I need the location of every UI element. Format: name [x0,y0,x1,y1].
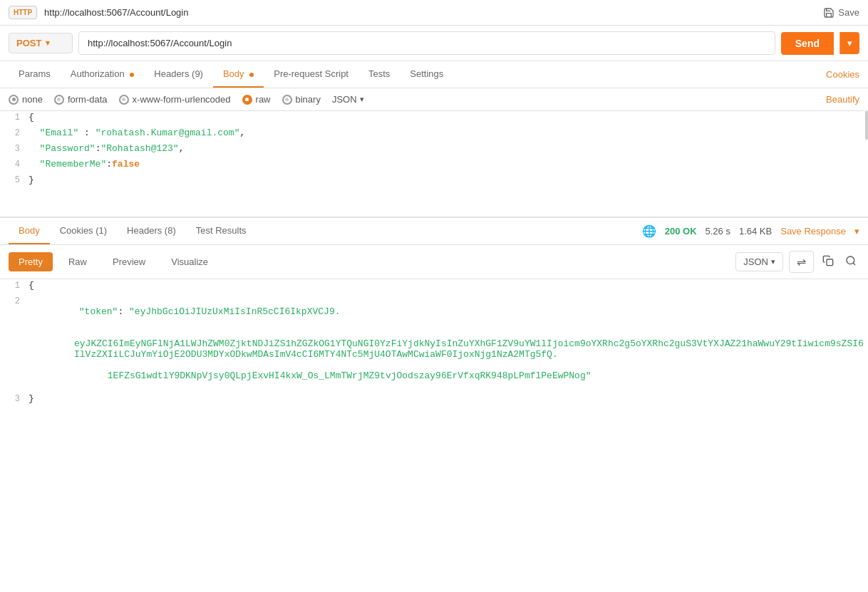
tab-body-label: Body [223,68,244,79]
resp-line-content-3: } [29,393,868,405]
resp-tab-test-results[interactable]: Test Results [186,218,257,244]
format-tab-preview-label: Preview [113,256,145,267]
save-button-top[interactable]: Save [823,7,859,19]
cookies-link[interactable]: Cookies [826,69,859,80]
request-body-editor[interactable]: 1 { 2 "Email" : "rohatash.Kumar@gmail.co… [0,111,868,218]
search-button[interactable] [842,252,859,271]
resp-tab-body-label: Body [19,225,40,236]
wrap-button[interactable]: ⇌ [789,251,814,273]
send-dropdown-icon: ▾ [847,38,852,48]
wrap-icon: ⇌ [797,256,806,268]
radio-urlencoded-circle [119,95,129,105]
tab-tests-label: Tests [368,68,390,79]
resp-line-num-1: 1 [0,279,29,291]
body-dot [249,73,254,77]
line-content-3: "Password":"Rohatash@123", [29,142,868,155]
svg-line-2 [853,263,855,265]
beautify-button[interactable]: Beautify [826,94,859,105]
method-label: POST [16,38,41,48]
line-num-2: 2 [0,127,29,138]
scroll-indicator [865,111,868,140]
tab-settings-label: Settings [410,68,443,79]
resp-line-num-2: 2 [0,295,29,306]
response-format-label: JSON [743,256,768,267]
url-bar: HTTP http://localhost:5067/Account/Login… [0,0,868,26]
resp-tab-cookies[interactable]: Cookies (1) [50,218,117,244]
radio-none-label: none [22,94,43,105]
response-body: 1 { 2 "token": "eyJhbGciOiJIUzUxMiIsInR5… [0,279,868,408]
resp-line-1: 1 { [0,279,868,295]
svg-rect-0 [827,259,833,266]
json-format-chevron-icon: ▾ [360,95,364,104]
resp-tab-body[interactable]: Body [9,218,50,244]
response-tabs: Body Cookies (1) Headers (8) Test Result… [0,218,868,245]
resp-tab-test-results-label: Test Results [196,225,247,236]
radio-none[interactable]: none [9,94,43,105]
line-content-1: { [29,111,868,123]
method-chevron-icon: ▾ [46,38,50,48]
line-num-1: 1 [0,111,29,123]
response-format-row: Pretty Raw Preview Visualize JSON ▾ ⇌ [0,245,868,279]
radio-raw-circle [242,95,252,105]
format-tab-raw[interactable]: Raw [58,252,97,271]
url-bar-text: http://localhost:5067/Account/Login [44,7,816,18]
method-selector[interactable]: POST ▾ [9,33,73,53]
format-tab-preview[interactable]: Preview [103,252,155,271]
resp-tab-headers-label: Headers (8) [127,225,176,236]
radio-raw-label: raw [256,94,271,105]
code-line-5: 5 } [0,174,868,189]
save-response-chevron-icon[interactable]: ▾ [854,226,859,237]
line-content-5: } [29,174,868,186]
radio-form-data-label: form-data [68,94,108,105]
save-response-button[interactable]: Save Response [780,226,846,237]
tab-prerequest[interactable]: Pre-request Script [264,61,358,88]
radio-raw[interactable]: raw [242,94,271,105]
radio-form-data[interactable]: form-data [54,94,108,105]
json-format-dropdown[interactable]: JSON ▾ [332,94,364,105]
resp-tab-cookies-label: Cookies (1) [60,225,107,236]
tab-params[interactable]: Params [9,61,61,88]
radio-urlencoded[interactable]: x-www-form-urlencoded [119,94,231,105]
format-tab-pretty-label: Pretty [19,256,43,267]
resp-line-3: 3 } [0,393,868,408]
response-status-area: 🌐 200 OK 5.26 s 1.64 KB Save Response ▾ [642,224,859,238]
code-line-4: 4 "RememberMe":false [0,158,868,174]
format-tab-visualize[interactable]: Visualize [161,252,218,271]
copy-button[interactable] [820,252,837,271]
tab-authorization-label: Authorization [71,68,125,79]
code-line-2: 2 "Email" : "rohatash.Kumar@gmail.com", [0,127,868,142]
json-format-label: JSON [332,94,357,105]
copy-icon [822,255,834,266]
http-badge-text: HTTP [14,9,32,16]
resp-line-content-2: "token": "eyJhbGciOiJIUzUxMiIsInR5cCI6Ik… [29,295,868,393]
svg-point-1 [847,256,854,264]
save-label: Save [838,7,859,18]
send-button[interactable]: Send [781,32,834,55]
status-time: 5.26 s [706,226,730,237]
tab-headers-label: Headers (9) [154,68,203,79]
request-row: POST ▾ Send ▾ [0,26,868,61]
send-dropdown-button[interactable]: ▾ [839,32,859,54]
code-line-3: 3 "Password":"Rohatash@123", [0,142,868,158]
radio-none-circle [9,95,19,105]
resp-line-content-1: { [29,279,868,291]
tab-params-label: Params [19,68,51,79]
http-badge: HTTP [9,6,37,19]
tab-body[interactable]: Body [213,61,264,88]
status-ok: 200 OK [665,226,697,237]
resp-tab-headers[interactable]: Headers (8) [117,218,186,244]
status-size: 1.64 KB [739,226,772,237]
line-num-4: 4 [0,158,29,170]
tab-settings[interactable]: Settings [400,61,453,88]
response-format-chevron-icon: ▾ [771,257,775,266]
tab-headers[interactable]: Headers (9) [144,61,213,88]
response-format-dropdown[interactable]: JSON ▾ [735,252,783,271]
format-tab-pretty[interactable]: Pretty [9,252,53,271]
tab-tests[interactable]: Tests [358,61,400,88]
tab-authorization[interactable]: Authorization [61,61,145,88]
url-input[interactable] [78,31,775,55]
radio-form-data-circle [54,95,64,105]
resp-line-num-3: 3 [0,393,29,404]
line-num-3: 3 [0,142,29,154]
radio-binary[interactable]: binary [282,94,321,105]
